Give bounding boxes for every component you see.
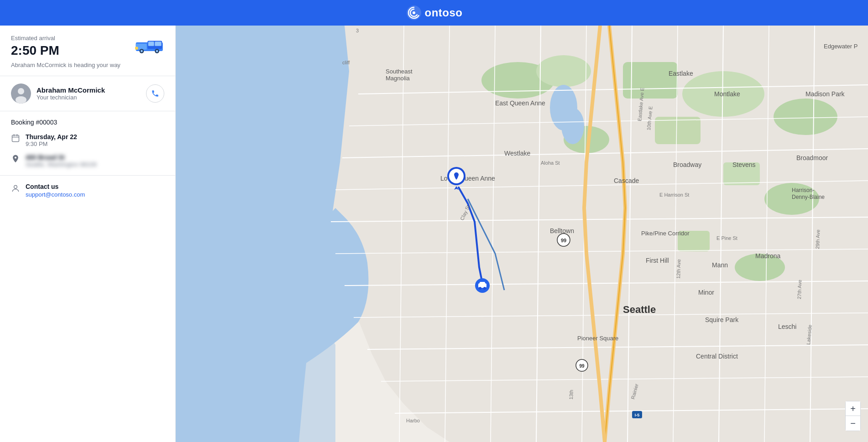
svg-text:27th Ave: 27th Ave [796,280,802,299]
svg-rect-15 [12,135,19,141]
svg-text:99: 99 [561,238,566,243]
svg-text:Aloha St: Aloha St [541,160,560,166]
svg-text:29th Ave: 29th Ave [815,229,821,249]
svg-rect-11 [135,47,138,49]
svg-text:Cascade: Cascade [614,177,639,184]
location-icon [11,154,20,163]
avatar-image [11,83,31,104]
svg-text:Broadmoor: Broadmoor [796,154,828,161]
svg-text:Leschi: Leschi [778,323,796,330]
arrival-subtitle: Abraham McCormick is heading your way [11,62,120,68]
svg-point-13 [18,88,24,94]
svg-text:12th Ave: 12th Ave [675,259,681,279]
svg-text:Eastlake: Eastlake [669,70,693,77]
svg-text:Edgewater P: Edgewater P [824,43,858,50]
contact-section: Contact us support@contoso.com [0,176,175,206]
booking-number: Booking #00003 [11,119,164,126]
contact-icon [11,184,20,193]
svg-text:Broadway: Broadway [673,161,701,168]
booking-section: Booking #00003 Thursday, Apr 22 9:30 PM [0,111,175,176]
svg-point-14 [16,96,26,104]
svg-point-110 [479,287,481,290]
zoom-in-button[interactable]: + [846,401,860,416]
booking-address-line1: 400 Broad St [26,154,97,161]
booking-date-info: Thursday, Apr 22 9:30 PM [26,133,77,147]
svg-point-10 [156,50,158,52]
svg-point-24 [536,55,591,87]
svg-text:Montlake: Montlake [714,90,740,98]
svg-text:First Hill: First Hill [646,257,669,264]
calendar-icon [11,134,20,143]
zoom-control: + − [845,401,861,431]
technician-details: Abraham McCormick Your technician [37,86,105,101]
booking-address-info: 400 Broad St Seattle, Washington 98109 [26,154,97,168]
map-area: 99 Southeast Magnolia East Queen Anne Lo… [176,26,868,442]
technician-name: Abraham McCormick [37,86,105,94]
vehicle-marker [475,278,490,293]
svg-point-111 [483,287,486,290]
svg-text:Seattle: Seattle [623,304,656,315]
svg-point-19 [14,185,17,188]
contact-email[interactable]: support@contoso.com [26,191,85,198]
svg-rect-5 [148,42,154,46]
booking-date-row: Thursday, Apr 22 9:30 PM [11,133,164,147]
arrival-time: 2:50 PM [11,43,120,58]
svg-rect-28 [655,117,701,144]
svg-point-8 [141,50,143,52]
zoom-out-button[interactable]: − [846,416,860,431]
svg-text:Squire Park: Squire Park [705,316,739,323]
arrival-info: Estimated arrival 2:50 PM Abraham McCorm… [11,35,120,68]
svg-text:Magnolia: Magnolia [386,75,410,82]
booking-time: 9:30 PM [26,140,77,147]
van-icon [135,36,164,55]
booking-address-row: 400 Broad St Seattle, Washington 98109 [11,154,164,168]
booking-date: Thursday, Apr 22 [26,133,77,140]
svg-text:E Harrison St: E Harrison St [659,192,689,198]
call-button[interactable] [146,84,164,103]
technician-section: Abraham McCormick Your technician [0,76,175,111]
map-svg: 99 Southeast Magnolia East Queen Anne Lo… [176,26,868,442]
svg-rect-109 [480,282,485,284]
svg-point-1 [413,11,415,14]
svg-text:Madrona: Madrona [755,252,780,260]
svg-text:Minor: Minor [698,289,714,296]
avatar [11,83,31,104]
logo-icon [406,5,422,21]
svg-text:cliff: cliff [342,60,350,65]
arrival-section: Estimated arrival 2:50 PM Abraham McCorm… [0,26,175,76]
svg-text:Stevens: Stevens [732,161,756,168]
contact-label: Contact us [26,183,85,190]
map-container[interactable]: 99 Southeast Magnolia East Queen Anne Lo… [176,26,868,442]
svg-text:Pike/Pine Corridor: Pike/Pine Corridor [641,230,690,237]
svg-text:Belltown: Belltown [550,227,574,234]
logo: ontoso [406,5,463,21]
svg-text:13th: 13th [568,390,574,400]
main-content: Estimated arrival 2:50 PM Abraham McCorm… [0,26,868,442]
booking-address-line2: Seattle, Washington 98109 [26,161,97,168]
svg-text:Southeast: Southeast [386,68,413,75]
logo-text: ontoso [425,6,463,19]
svg-text:Westlake: Westlake [504,150,531,157]
svg-point-35 [561,108,584,144]
technician-role: Your technician [37,94,105,101]
svg-text:Pioneer Square: Pioneer Square [577,335,618,342]
svg-text:Mann: Mann [712,261,728,269]
svg-text:Central District: Central District [696,353,738,360]
phone-icon [151,89,159,98]
svg-text:East Queen Anne: East Queen Anne [495,99,545,107]
svg-text:Harrison-: Harrison- [792,187,814,193]
svg-text:Madison Park: Madison Park [805,90,845,98]
svg-text:E Pine St: E Pine St [716,235,737,241]
sidebar: Estimated arrival 2:50 PM Abraham McCorm… [0,26,176,442]
svg-point-27 [774,99,837,135]
technician-info: Abraham McCormick Your technician [11,83,105,104]
contact-info: Contact us support@contoso.com [26,183,85,198]
svg-text:Harbo: Harbo [406,418,420,423]
svg-text:99: 99 [579,364,585,369]
svg-text:Denny-Blaine: Denny-Blaine [792,194,825,200]
svg-text:I-5: I-5 [635,413,640,417]
arrival-label: Estimated arrival [11,35,120,42]
app-header: ontoso [0,0,868,26]
svg-text:3: 3 [356,28,359,33]
svg-rect-6 [155,42,161,46]
